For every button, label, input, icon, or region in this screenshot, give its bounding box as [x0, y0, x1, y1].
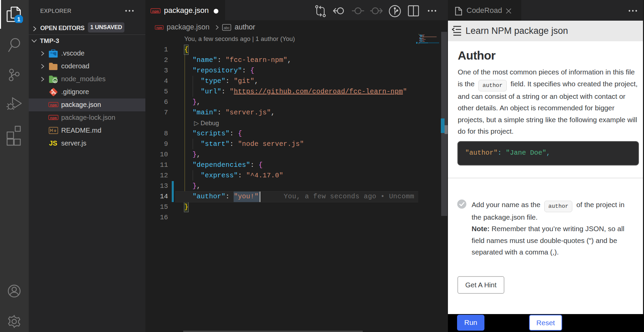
- svg-text:abc: abc: [224, 26, 230, 30]
- svg-text:npm: npm: [50, 116, 57, 120]
- svg-text:1: 1: [17, 16, 20, 23]
- svg-text:npm: npm: [152, 9, 159, 14]
- svg-text:js: js: [54, 80, 56, 83]
- svg-text:npm: npm: [156, 26, 162, 30]
- svg-text:npm: npm: [50, 103, 57, 107]
